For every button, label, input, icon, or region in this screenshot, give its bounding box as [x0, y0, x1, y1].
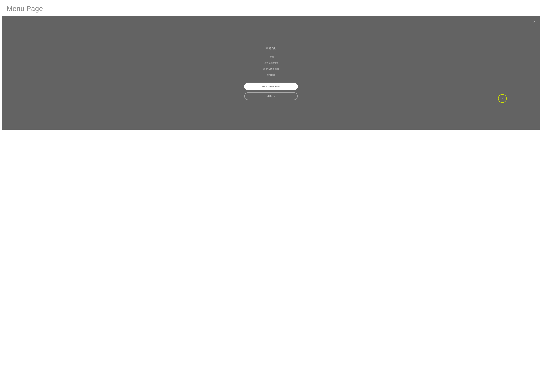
- buttons-area: GET STARTED LOG IN: [244, 82, 298, 100]
- menu-item-credits[interactable]: Credits: [244, 72, 298, 78]
- menu-nav: Home New Estimate Your Estimates Credits: [244, 54, 298, 78]
- log-in-button[interactable]: LOG IN: [244, 92, 298, 100]
- cursor-indicator: [498, 94, 507, 103]
- close-button[interactable]: ×: [532, 19, 537, 24]
- menu-overlay: × Menu Home New Estimate Your Estimates …: [2, 16, 540, 130]
- get-started-button[interactable]: GET STARTED: [244, 82, 298, 90]
- cursor-dot: [502, 98, 503, 99]
- menu-item-new-estimate[interactable]: New Estimate: [244, 60, 298, 66]
- page-title: Menu Page: [7, 5, 535, 13]
- menu-item-your-estimates[interactable]: Your Estimates: [244, 66, 298, 72]
- menu-title: Menu: [265, 46, 277, 50]
- menu-item-home[interactable]: Home: [244, 54, 298, 60]
- menu-container: Menu Home New Estimate Your Estimates Cr…: [244, 46, 298, 100]
